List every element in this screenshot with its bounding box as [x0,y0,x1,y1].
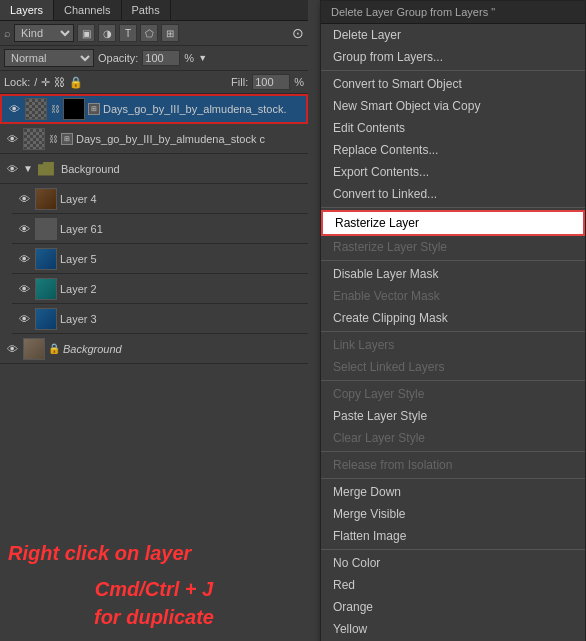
filter-toggle[interactable]: ⊙ [292,25,304,41]
menu-item-merge-visible[interactable]: Merge Visible [321,503,585,525]
layer-name: Background [61,163,304,175]
menu-item-group-from-layers[interactable]: Group from Layers... [321,46,585,68]
menu-separator [321,207,585,208]
context-menu: Delete Layer Group from Layers " Delete … [320,0,586,641]
lock-artboard-icon[interactable]: ⛓ [54,76,65,88]
menu-item-orange[interactable]: Orange [321,596,585,618]
search-bar: ⌕ Kind ▣ ◑ T ⬠ ⊞ ⊙ [0,21,308,46]
layer-row[interactable]: 👁 ⛓ ⊞ Days_go_by_III_by_almudena_stock c [0,124,308,154]
expand-icon[interactable]: ▼ [23,163,33,174]
layer-name: Layer 61 [60,223,304,235]
fill-label: Fill: [231,76,248,88]
visibility-toggle[interactable]: 👁 [16,251,32,267]
layer-name: Days_go_by_III_by_almudena_stock. [103,103,302,115]
menu-item-convert-linked[interactable]: Convert to Linked... [321,183,585,205]
layer-row[interactable]: 👁 Layer 3 [12,304,308,334]
fill-percent: % [294,76,304,88]
menu-item-paste-style[interactable]: Paste Layer Style [321,405,585,427]
opacity-input[interactable] [142,50,180,66]
layer-row[interactable]: 👁 ⛓ ⊞ Days_go_by_III_by_almudena_stock. [0,94,308,124]
kind-label: ⌕ [4,27,11,39]
menu-separator [321,451,585,452]
blend-bar: Normal Opacity: % ▼ [0,46,308,71]
menu-item-rasterize-layer[interactable]: Rasterize Layer [321,210,585,236]
visibility-toggle[interactable]: 👁 [4,131,20,147]
layer-thumbnail [35,248,57,270]
lock-all-icon[interactable]: 🔒 [69,76,83,89]
blend-mode-select[interactable]: Normal [4,49,94,67]
shape-filter-icon[interactable]: ⬠ [140,24,158,42]
visibility-toggle[interactable]: 👁 [16,311,32,327]
menu-item-red[interactable]: Red [321,574,585,596]
menu-item-rasterize-style: Rasterize Layer Style [321,236,585,258]
menu-item-merge-down[interactable]: Merge Down [321,481,585,503]
opacity-percent: % [184,52,194,64]
right-click-instruction: Right click on layer [8,539,300,567]
pixel-filter-icon[interactable]: ▣ [77,24,95,42]
chain-icon: ⛓ [48,134,58,144]
smart-object-icon: ⊞ [88,103,100,115]
layer-thumbnail [35,188,57,210]
layer-thumbnail [35,278,57,300]
lock-pixels-icon[interactable]: / [34,76,37,88]
menu-item-flatten-image[interactable]: Flatten Image [321,525,585,547]
menu-separator [321,380,585,381]
context-menu-header: Delete Layer Group from Layers " [321,1,585,24]
layer-lock-icon: 🔒 [48,343,60,354]
layer-row[interactable]: 👁 Layer 5 [12,244,308,274]
menu-item-delete-layer[interactable]: Delete Layer [321,24,585,46]
layer-thumbnail [25,98,47,120]
menu-item-export-contents[interactable]: Export Contents... [321,161,585,183]
menu-separator [321,260,585,261]
lock-label: Lock: [4,76,30,88]
fill-input[interactable] [252,74,290,90]
menu-item-no-color[interactable]: No Color [321,552,585,574]
layer-name: Layer 2 [60,283,304,295]
panel-tabs: Layers Channels Paths [0,0,308,21]
group-folder-icon [38,162,54,176]
layer-thumbnail [23,128,45,150]
visibility-toggle[interactable]: 👁 [4,341,20,357]
smart-filter-icon[interactable]: ⊞ [161,24,179,42]
layer-row[interactable]: 👁 Layer 2 [12,274,308,304]
chain-icon: ⛓ [50,104,60,114]
menu-separator [321,70,585,71]
type-filter-icon[interactable]: T [119,24,137,42]
opacity-label: Opacity: [98,52,138,64]
layer-row[interactable]: 👁 Layer 61 [12,214,308,244]
menu-item-create-clipping[interactable]: Create Clipping Mask [321,307,585,329]
tab-layers[interactable]: Layers [0,0,54,20]
menu-item-disable-mask[interactable]: Disable Layer Mask [321,263,585,285]
tab-paths[interactable]: Paths [122,0,171,20]
lock-position-icon[interactable]: ✛ [41,76,50,89]
menu-item-select-linked: Select Linked Layers [321,356,585,378]
layer-name: Layer 3 [60,313,304,325]
menu-separator [321,331,585,332]
layer-row[interactable]: 👁 ▼ Background [0,154,308,184]
layer-list: 👁 ⛓ ⊞ Days_go_by_III_by_almudena_stock. … [0,94,308,529]
layers-panel: Layers Channels Paths ⌕ Kind ▣ ◑ T ⬠ ⊞ ⊙… [0,0,308,641]
menu-item-yellow[interactable]: Yellow [321,618,585,640]
visibility-toggle[interactable]: 👁 [4,161,20,177]
adjustment-filter-icon[interactable]: ◑ [98,24,116,42]
tab-channels[interactable]: Channels [54,0,121,20]
layer-thumbnail [35,308,57,330]
visibility-toggle[interactable]: 👁 [16,221,32,237]
shortcut-instruction: Cmd/Ctrl + J for duplicate [8,575,300,631]
layer-name: Background [63,343,304,355]
menu-item-replace-contents[interactable]: Replace Contents... [321,139,585,161]
menu-item-new-smart-copy[interactable]: New Smart Object via Copy [321,95,585,117]
layer-mask [63,98,85,120]
menu-separator [321,478,585,479]
layer-row[interactable]: 👁 🔒 Background [0,334,308,364]
menu-item-convert-smart[interactable]: Convert to Smart Object [321,73,585,95]
layer-row[interactable]: 👁 Layer 4 [12,184,308,214]
visibility-toggle[interactable]: 👁 [6,101,22,117]
opacity-arrow[interactable]: ▼ [198,53,207,63]
kind-select[interactable]: Kind [14,24,74,42]
smart-object-icon: ⊞ [61,133,73,145]
visibility-toggle[interactable]: 👁 [16,281,32,297]
visibility-toggle[interactable]: 👁 [16,191,32,207]
menu-item-edit-contents[interactable]: Edit Contents [321,117,585,139]
layer-name: Layer 5 [60,253,304,265]
